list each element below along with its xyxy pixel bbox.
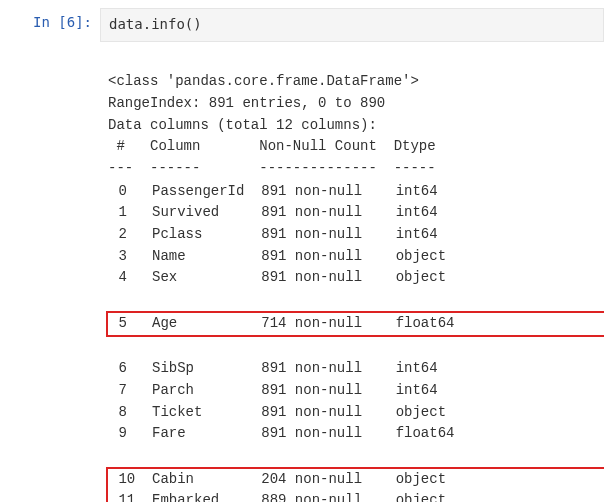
code-expression: data.info() <box>109 16 202 32</box>
range-line: RangeIndex: 891 entries, 0 to 890 <box>108 95 385 111</box>
input-cell: In [6]: data.info() <box>0 8 604 42</box>
class-line: <class 'pandas.core.frame.DataFrame'> <box>108 73 419 89</box>
row-group: 6 SibSp 891 non-null int64 7 Parch 891 n… <box>106 356 604 447</box>
code-input[interactable]: data.info() <box>100 8 604 42</box>
highlighted-row-group: 10 Cabin 204 non-null object 11 Embarked… <box>106 467 604 502</box>
prompt-in: In <box>33 14 58 30</box>
input-prompt: In [6]: <box>0 8 100 30</box>
output-cell: <class 'pandas.core.frame.DataFrame'> Ra… <box>0 50 604 502</box>
header-line: # Column Non-Null Count Dtype <box>108 138 452 154</box>
output-prompt-spacer <box>0 50 100 502</box>
table-rows: 0 PassengerId 891 non-null int64 1 Survi… <box>108 179 604 502</box>
row-group: 0 PassengerId 891 non-null int64 1 Survi… <box>106 179 604 291</box>
highlighted-row-group: 5 Age 714 non-null float64 <box>106 311 604 337</box>
divider-line: --- ------ -------------- ----- <box>108 160 452 176</box>
columns-line: Data columns (total 12 columns): <box>108 117 377 133</box>
prompt-count: [6]: <box>58 14 92 30</box>
output-area: <class 'pandas.core.frame.DataFrame'> Ra… <box>100 50 604 502</box>
